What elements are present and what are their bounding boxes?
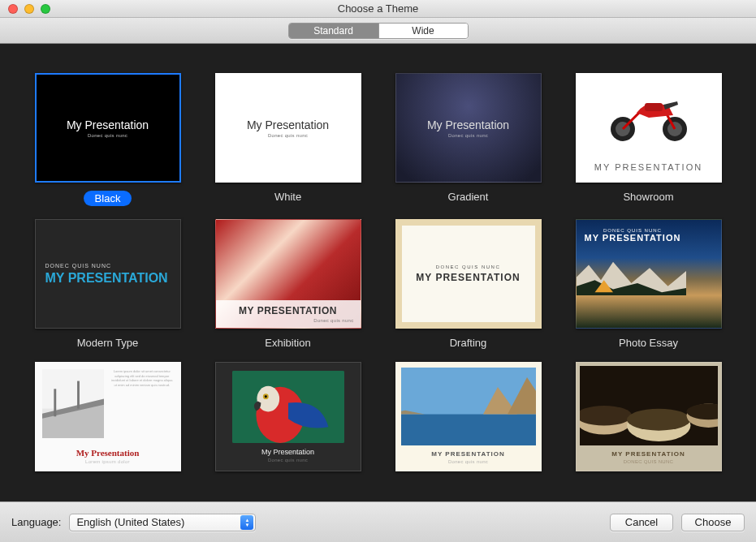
theme-white[interactable]: My Presentation Donec quis nunc White (215, 73, 361, 206)
window-title: Choose a Theme (0, 2, 756, 15)
close-icon[interactable] (8, 4, 18, 14)
parrot-icon (232, 371, 344, 443)
svg-rect-7 (54, 389, 56, 416)
thumb-tag: DONEC QUIS NUNC (45, 263, 112, 269)
segment-wide[interactable]: Wide (378, 24, 468, 38)
theme-editorial[interactable]: Lorem ipsum dolor sit amet consectetur a… (35, 362, 181, 471)
svg-point-20 (627, 409, 690, 431)
theme-thumbnail[interactable]: Lorem ipsum dolor sit amet consectetur a… (35, 362, 181, 471)
theme-thumbnail[interactable]: DONEC QUIS NUNC MY PRESENTATION (576, 219, 722, 329)
theme-cream[interactable]: MY PRESENTATION Donec quis nunc (395, 362, 542, 471)
theme-thumbnail[interactable]: MY PRESENTATION DONEC QUIS NUNC (576, 362, 722, 471)
theme-exhibition[interactable]: MY PRESENTATION Donec quis nunc Exhibiti… (215, 219, 361, 349)
theme-label: Showroom (576, 191, 722, 203)
thumb-subtitle: Donec quis nunc (448, 133, 488, 138)
thumb-title: MY PRESENTATION (577, 156, 721, 182)
traffic-lights (0, 4, 50, 14)
theme-modern-type[interactable]: DONEC QUIS NUNC MY PRESENTATION Modern T… (35, 219, 181, 349)
thumb-title: MY PRESENTATION (583, 450, 715, 458)
thumb-title: My Presentation (67, 118, 149, 131)
theme-thumbnail[interactable]: My Presentation Donec quis nunc (215, 73, 361, 183)
theme-thumbnail[interactable]: DONEC QUIS NUNC MY PRESENTATION (35, 219, 181, 329)
choose-button[interactable]: Choose (681, 514, 745, 531)
thumb-subtitle: DONEC QUIS NUNC (583, 459, 715, 464)
theme-thumbnail[interactable]: My Presentation Donec quis nunc (215, 362, 361, 471)
thumb-title: MY PRESENTATION (585, 233, 681, 243)
theme-gradient[interactable]: My Presentation Donec quis nunc Gradient (395, 73, 542, 206)
mountain-icon (577, 259, 686, 295)
cancel-button[interactable]: Cancel (610, 514, 673, 531)
thumb-title: MY PRESENTATION (222, 305, 354, 316)
theme-industrial[interactable]: MY PRESENTATION DONEC QUIS NUNC (576, 362, 722, 471)
theme-label: White (215, 191, 361, 203)
aspect-toolbar: Standard Wide (0, 18, 756, 44)
svg-point-13 (264, 395, 266, 398)
thumb-subtitle: Donec quis nunc (222, 318, 354, 323)
thumb-subtitle: Donec quis nunc (88, 133, 127, 138)
minimize-icon[interactable] (24, 4, 34, 14)
language-label: Language: (11, 516, 61, 528)
themes-area: My Presentation Donec quis nunc Black My… (0, 44, 756, 501)
theme-label: Modern Type (35, 337, 181, 349)
thumb-subtitle: Donec quis nunc (232, 458, 344, 462)
bridge-icon (42, 369, 105, 438)
thumb-title: My Presentation (427, 118, 509, 131)
aspect-segmented-control: Standard Wide (288, 23, 469, 39)
thumb-tag: DONEC QUIS NUNC (436, 265, 501, 269)
theme-label: Photo Essay (576, 337, 722, 349)
thumb-title: MY PRESENTATION (416, 272, 520, 283)
thumb-tag: DONEC QUIS NUNC (585, 228, 681, 233)
theme-thumbnail[interactable]: My Presentation Donec quis nunc (35, 73, 181, 183)
theme-black[interactable]: My Presentation Donec quis nunc Black (35, 73, 181, 206)
thumb-title: My Presentation (42, 448, 174, 458)
themes-grid: My Presentation Donec quis nunc Black My… (32, 73, 724, 471)
thumb-title: My Presentation (247, 118, 329, 131)
segment-standard[interactable]: Standard (289, 24, 378, 38)
seascape-icon (401, 368, 536, 445)
bowls-icon (580, 366, 718, 445)
motorcycle-icon (600, 87, 698, 144)
svg-rect-8 (77, 381, 80, 409)
theme-drafting[interactable]: DONEC QUIS NUNC MY PRESENTATION Drafting (395, 219, 542, 349)
zoom-icon[interactable] (41, 4, 50, 14)
language-value: English (United States) (76, 516, 184, 528)
theme-thumbnail[interactable]: MY PRESENTATION (576, 73, 722, 183)
theme-slate[interactable]: My Presentation Donec quis nunc (215, 362, 361, 471)
theme-photo-essay[interactable]: DONEC QUIS NUNC MY PRESENTATION Photo Es… (576, 219, 722, 349)
theme-label: Gradient (395, 191, 542, 203)
theme-thumbnail[interactable]: MY PRESENTATION Donec quis nunc (215, 219, 361, 329)
svg-point-11 (257, 386, 279, 412)
updown-icon: ▲▼ (240, 515, 253, 530)
theme-thumbnail[interactable]: MY PRESENTATION Donec quis nunc (395, 362, 542, 471)
titlebar: Choose a Theme (0, 0, 756, 18)
thumb-subtitle: Lorem ipsum dolor (42, 459, 174, 464)
theme-thumbnail[interactable]: My Presentation Donec quis nunc (395, 73, 542, 183)
svg-rect-4 (645, 103, 663, 111)
thumb-bodytext: Lorem ipsum dolor sit amet consectetur a… (110, 369, 173, 438)
thumb-title: MY PRESENTATION (45, 272, 168, 285)
thumb-title: My Presentation (232, 448, 344, 456)
theme-label: Exhibition (215, 337, 361, 349)
theme-showroom[interactable]: MY PRESENTATION Showroom (576, 73, 722, 206)
thumb-title: MY PRESENTATION (403, 450, 534, 458)
svg-rect-15 (401, 415, 536, 445)
thumb-subtitle: Donec quis nunc (403, 459, 534, 464)
bottom-toolbar: Language: English (United States) ▲▼ Can… (0, 501, 756, 542)
thumb-subtitle: Donec quis nunc (268, 133, 308, 138)
theme-label: Drafting (395, 337, 542, 349)
theme-label: Black (35, 191, 181, 206)
language-select[interactable]: English (United States) ▲▼ (69, 514, 256, 531)
theme-thumbnail[interactable]: DONEC QUIS NUNC MY PRESENTATION (395, 219, 542, 329)
